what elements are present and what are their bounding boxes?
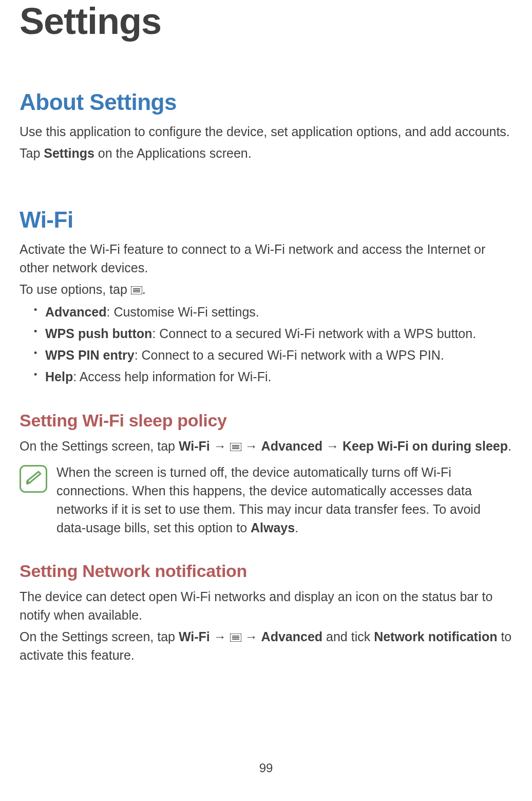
list-item: WPS PIN entry: Connect to a secured Wi-F… <box>34 345 512 365</box>
about-p2-post: on the Applications screen. <box>94 146 252 160</box>
network-p1: The device can detect open Wi-Fi network… <box>20 587 512 625</box>
arrow-text: → <box>241 439 261 453</box>
about-p2-bold: Settings <box>44 146 94 160</box>
menu-icon <box>131 286 142 294</box>
section-heading-wifi: Wi-Fi <box>20 207 512 233</box>
arrow-text: → <box>210 629 230 644</box>
network-p2-wifi: Wi-Fi <box>179 629 210 644</box>
bullet-rest: : Access help information for Wi-Fi. <box>73 369 271 384</box>
arrow-text: → <box>322 439 343 453</box>
network-p2-adv: Advanced <box>261 629 322 644</box>
list-item: Help: Access help information for Wi-Fi. <box>34 366 512 387</box>
sleep-keep: Keep Wi-Fi on during sleep <box>343 439 508 453</box>
wifi-options-line: To use options, tap . <box>20 280 512 299</box>
bullet-bold: WPS push button <box>45 326 152 341</box>
sleep-wifi: Wi-Fi <box>179 439 210 453</box>
note-icon <box>20 465 47 493</box>
about-p1: Use this application to configure the de… <box>20 122 512 141</box>
network-p2-mid: and tick <box>322 629 374 644</box>
note-callout: When the screen is turned off, the devic… <box>20 463 512 537</box>
bullet-rest: : Customise Wi-Fi settings. <box>106 305 259 319</box>
svg-line-10 <box>27 483 29 484</box>
note-text: When the screen is turned off, the devic… <box>56 463 512 537</box>
list-item: WPS push button: Connect to a secured Wi… <box>34 323 512 344</box>
bullet-rest: : Connect to a secured Wi-Fi network wit… <box>135 348 444 362</box>
bullet-bold: Advanced <box>45 305 106 319</box>
bullet-bold: Help <box>45 369 73 384</box>
list-item: Advanced: Customise Wi-Fi settings. <box>34 302 512 322</box>
arrow-text: → <box>210 439 230 453</box>
section-heading-about: About Settings <box>20 89 512 115</box>
wifi-options-pre: To use options, tap <box>20 282 131 296</box>
wifi-options-post: . <box>142 282 146 296</box>
page-number: 99 <box>0 761 532 775</box>
bullet-rest: : Connect to a secured Wi-Fi network wit… <box>152 326 476 341</box>
wifi-options-list: Advanced: Customise Wi-Fi settings. WPS … <box>20 302 512 387</box>
sleep-post: . <box>508 439 511 453</box>
sleep-pre: On the Settings screen, tap <box>20 439 179 453</box>
network-p2-nn: Network notification <box>374 629 497 644</box>
sleep-path: On the Settings screen, tap Wi-Fi → → Ad… <box>20 437 512 455</box>
network-p2: On the Settings screen, tap Wi-Fi → → Ad… <box>20 627 512 665</box>
subsection-heading-sleep: Setting Wi-Fi sleep policy <box>20 411 512 431</box>
menu-icon <box>230 634 241 642</box>
wifi-intro: Activate the Wi-Fi feature to connect to… <box>20 240 512 277</box>
bullet-bold: WPS PIN entry <box>45 348 135 362</box>
about-p2-pre: Tap <box>20 146 44 160</box>
menu-icon <box>230 443 241 451</box>
note-post: . <box>295 520 298 535</box>
sleep-adv: Advanced <box>261 439 322 453</box>
about-p2: Tap Settings on the Applications screen. <box>20 144 512 162</box>
subsection-heading-network: Setting Network notification <box>20 561 512 581</box>
page-title: Settings <box>20 0 512 42</box>
network-p2-pre: On the Settings screen, tap <box>20 629 179 644</box>
arrow-text: → <box>241 629 261 644</box>
note-bold: Always <box>251 520 295 535</box>
